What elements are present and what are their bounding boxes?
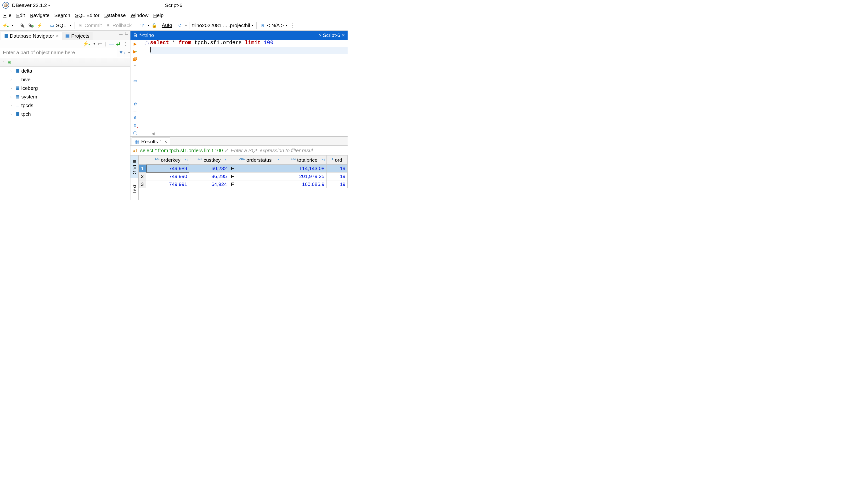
execute-script-button[interactable]: 🗐: [133, 57, 138, 62]
info-button[interactable]: ⓘ: [133, 130, 138, 136]
collapse-all-button[interactable]: —: [109, 41, 114, 47]
cell[interactable]: 749,989: [146, 164, 189, 172]
active-schema-selector[interactable]: < N/A >: [267, 23, 284, 28]
sql-editor-dropdown[interactable]: ▼: [69, 24, 72, 27]
disconnect-button[interactable]: ⚡: [36, 22, 43, 29]
collapse-icon[interactable]: ˅: [2, 60, 6, 64]
cell[interactable]: 114,143.08: [282, 164, 327, 172]
grid-corner[interactable]: [139, 156, 146, 164]
new-connection-button[interactable]: ⚡+: [1, 22, 10, 29]
new-connection-mini-dropdown[interactable]: ▼: [93, 43, 95, 45]
filter-funnel-icon[interactable]: ▼✧: [117, 49, 127, 55]
column-header-orderstatus[interactable]: ABC orderstatus▾↕: [229, 156, 282, 164]
new-connection-mini-button[interactable]: ⚡+: [82, 41, 90, 47]
lock-icon[interactable]: 🔒: [151, 22, 158, 29]
script-log-button[interactable]: 🗒: [133, 64, 138, 69]
schema-dropdown[interactable]: ▼: [285, 24, 288, 27]
maximize-panel-icon[interactable]: [125, 32, 128, 34]
table-row[interactable]: 2 749,990 96,295 F 201,979.25 19: [139, 172, 348, 180]
fold-icon[interactable]: −: [145, 42, 149, 45]
menu-sql-editor[interactable]: SQL Editor: [75, 12, 99, 18]
toolbar-overflow-icon[interactable]: ⋮: [290, 23, 295, 28]
transaction-mode-dropdown[interactable]: ▼: [147, 24, 150, 27]
menu-database[interactable]: Database: [104, 12, 126, 18]
expand-icon[interactable]: ›: [11, 78, 14, 81]
sort-icon[interactable]: ▾↕: [185, 157, 188, 161]
rollback-button[interactable]: 🗎Rollback: [105, 22, 133, 29]
execute-in-new-tab-button[interactable]: ▶+: [133, 49, 138, 54]
menu-search[interactable]: Search: [54, 12, 70, 18]
settings-button[interactable]: ✿: [133, 101, 138, 106]
cell[interactable]: F: [229, 164, 282, 172]
cell[interactable]: 19: [327, 172, 348, 180]
row-number[interactable]: 2: [139, 172, 146, 180]
sort-icon[interactable]: ▾↕: [322, 157, 325, 161]
catalog-node[interactable]: › ≣ iceberg: [0, 84, 130, 92]
history-button[interactable]: ↺: [176, 22, 183, 29]
new-folder-button[interactable]: ▭: [98, 41, 103, 47]
sql-line-2[interactable]: [150, 47, 151, 54]
results-tab[interactable]: ▦ Results 1 ✕: [132, 137, 170, 145]
navigator-tree[interactable]: ˅ ▣ › ≣ delta › ≣ hive › ≣ iceberg: [0, 57, 130, 200]
expand-icon[interactable]: ›: [11, 95, 14, 99]
minimize-panel-icon[interactable]: [119, 34, 122, 34]
link-editor-button[interactable]: ⇄: [116, 41, 120, 47]
catalog-node[interactable]: › ≣ tpch: [0, 110, 130, 118]
cell[interactable]: 160,686.9: [282, 180, 327, 188]
transaction-mode-button[interactable]: Ͳ: [139, 22, 146, 29]
table-row[interactable]: 3 749,991 64,924 F 160,686.9 19: [139, 180, 348, 188]
auto-commit-selector[interactable]: Auto: [159, 22, 175, 29]
cell[interactable]: 749,990: [146, 172, 189, 180]
reconnect-button[interactable]: 🔌↻: [26, 22, 35, 29]
connect-button[interactable]: 🔌: [19, 22, 26, 29]
expand-icon[interactable]: ›: [11, 86, 14, 90]
cell[interactable]: 60,232: [189, 164, 229, 172]
results-grid[interactable]: 123 orderkey▾↕ 123 custkey▾↕ ABC orderst…: [139, 155, 348, 200]
cell[interactable]: F: [229, 180, 282, 188]
cell[interactable]: F: [229, 172, 282, 180]
cell[interactable]: 64,924: [189, 180, 229, 188]
cell[interactable]: 749,991: [146, 180, 189, 188]
link-button[interactable]: 🗎: [133, 115, 138, 121]
history-dropdown[interactable]: ▼: [185, 24, 187, 27]
sql-editor-button[interactable]: ▭SQL: [48, 22, 68, 29]
scroll-left-button[interactable]: ◄: [140, 132, 348, 136]
menu-navigate[interactable]: Navigate: [30, 12, 49, 18]
cell[interactable]: 19: [327, 164, 348, 172]
new-connection-dropdown[interactable]: ▼: [11, 24, 13, 27]
menu-edit[interactable]: Edit: [16, 12, 25, 18]
menu-help[interactable]: Help: [153, 12, 164, 18]
editor-tab-script[interactable]: > Script-6 ✕: [316, 31, 348, 40]
column-header-ord[interactable]: ● ord: [327, 156, 348, 164]
row-number[interactable]: 3: [139, 180, 146, 188]
sort-icon[interactable]: ▾↕: [224, 157, 228, 161]
close-icon[interactable]: ✕: [342, 33, 345, 38]
expand-icon[interactable]: ›: [11, 103, 14, 107]
expand-icon[interactable]: ›: [11, 112, 14, 116]
table-row[interactable]: 1 749,989 60,232 F 114,143.08 19: [139, 164, 348, 172]
explain-plan-button[interactable]: ▭: [133, 78, 138, 83]
grid-view-button[interactable]: Grid ▦: [130, 155, 138, 178]
sql-code-area[interactable]: − select * from tpch.sf1.orders limit 10…: [140, 40, 348, 136]
row-number[interactable]: 1: [139, 164, 146, 172]
filter-hint[interactable]: Enter a SQL expression to filter resul: [231, 148, 346, 153]
column-header-orderkey[interactable]: 123 orderkey▾↕: [146, 156, 189, 164]
execute-statement-button[interactable]: ▶: [133, 41, 138, 46]
catalog-node[interactable]: › ≣ tpcds: [0, 101, 130, 110]
close-icon[interactable]: ✕: [56, 34, 59, 38]
expand-icon[interactable]: ⤢: [225, 148, 229, 153]
connection-dropdown[interactable]: ▼: [251, 24, 254, 27]
catalog-node[interactable]: › ≣ delta: [0, 67, 130, 75]
close-icon[interactable]: ✕: [164, 139, 167, 144]
editor-tab-path[interactable]: 🗎 *<trino: [130, 31, 316, 40]
filter-dropdown[interactable]: ▼: [128, 51, 130, 54]
sql-line-1[interactable]: select * from tpch.sf1.orders limit 100: [150, 40, 273, 47]
commit-button[interactable]: 🗎Commit: [77, 22, 104, 29]
expand-icon[interactable]: ›: [11, 69, 14, 73]
cell[interactable]: 201,979.25: [282, 172, 327, 180]
menu-file[interactable]: File: [3, 12, 11, 18]
active-connection-selector[interactable]: trino2022081 ... .projecthil: [192, 23, 250, 28]
sort-icon[interactable]: ▾↕: [278, 157, 281, 161]
tab-projects[interactable]: ▣ Projects: [62, 32, 93, 40]
column-header-custkey[interactable]: 123 custkey▾↕: [189, 156, 229, 164]
